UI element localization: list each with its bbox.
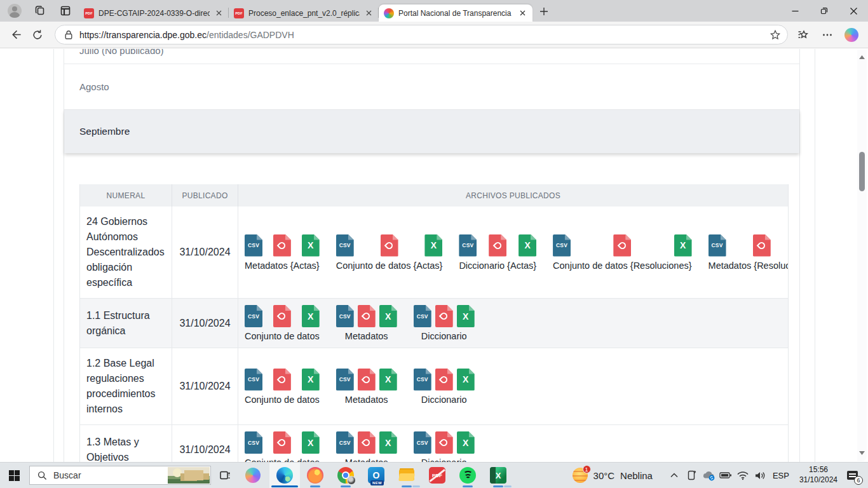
taskbar-app-firefox[interactable]	[300, 463, 330, 488]
file-group[interactable]: CSVXMetadatos	[336, 369, 397, 405]
file-group[interactable]: CSVXConjunto de datos	[245, 369, 320, 405]
battery-icon[interactable]	[718, 466, 733, 485]
csv-file-icon[interactable]: CSV	[336, 431, 354, 454]
csv-file-icon[interactable]: CSV	[459, 234, 477, 257]
xlsx-file-icon[interactable]: X	[379, 431, 397, 454]
file-group[interactable]: CSVXConjunto de datos {Actas}	[336, 234, 443, 271]
pdf-file-icon[interactable]	[753, 234, 771, 257]
scrollbar-thumb[interactable]	[859, 152, 865, 191]
accordion-section-julio[interactable]: Julio (No publicado)	[64, 49, 799, 64]
phone-link-icon[interactable]	[684, 466, 699, 485]
csv-file-icon[interactable]: CSV	[336, 305, 354, 327]
pdf-file-icon[interactable]	[435, 305, 453, 327]
csv-file-icon[interactable]: CSV	[336, 369, 354, 391]
csv-file-icon[interactable]: CSV	[553, 234, 571, 257]
taskbar-clock[interactable]: 15:56 31/10/2024	[799, 465, 837, 485]
xlsx-file-icon[interactable]: X	[379, 369, 397, 391]
accordion-section-agosto[interactable]: Agosto	[64, 64, 799, 110]
address-bar[interactable]: https://transparencia.dpe.gob.ec/entidad…	[55, 25, 788, 44]
file-group[interactable]: CSVXConjunto de datos	[245, 305, 320, 341]
xlsx-file-icon[interactable]: X	[457, 431, 475, 454]
back-button[interactable]	[5, 24, 27, 46]
taskbar-app-chrome[interactable]	[330, 463, 361, 488]
csv-file-icon[interactable]: CSV	[245, 431, 262, 454]
xlsx-file-icon[interactable]: X	[302, 369, 320, 391]
profile-button[interactable]	[5, 2, 24, 20]
csv-file-icon[interactable]: CSV	[414, 369, 431, 391]
pdf-file-icon[interactable]	[273, 305, 291, 327]
file-group[interactable]: CSVXDiccionario	[414, 305, 475, 341]
taskbar-app-file-explorer[interactable]	[391, 463, 422, 488]
taskbar-app-excel[interactable]: X	[483, 463, 513, 488]
pdf-file-icon[interactable]	[358, 369, 376, 391]
csv-file-icon[interactable]: CSV	[414, 431, 431, 454]
csv-file-icon[interactable]: CSV	[336, 234, 354, 257]
favorites-hub-button[interactable]	[793, 25, 813, 45]
search-highlight-image[interactable]	[168, 467, 210, 484]
file-group[interactable]: CSVXMetadatos	[336, 305, 397, 341]
xlsx-file-icon[interactable]: X	[457, 369, 475, 391]
tab-close-icon[interactable]	[214, 8, 224, 18]
volume-icon[interactable]	[752, 466, 768, 485]
weather-widget[interactable]: 1 30°C Neblina	[573, 468, 653, 483]
notification-center-button[interactable]: 6	[843, 466, 862, 485]
csv-file-icon[interactable]: CSV	[709, 234, 726, 257]
pdf-file-icon[interactable]	[613, 234, 631, 257]
tab-close-icon[interactable]	[363, 8, 374, 18]
start-button[interactable]	[0, 463, 28, 488]
scroll-up-icon[interactable]	[857, 52, 867, 62]
file-group[interactable]: CSVXConjunto de datos {Resoluciones}	[553, 234, 691, 271]
accordion-section-septiembre[interactable]: Septiembre	[64, 110, 799, 153]
bookmark-star-icon[interactable]	[770, 29, 781, 41]
restore-button[interactable]	[810, 0, 839, 22]
tab-close-icon[interactable]	[517, 8, 527, 18]
tab-actions-menu-button[interactable]	[56, 2, 75, 20]
pdf-file-icon[interactable]	[273, 431, 291, 454]
minimize-button[interactable]	[780, 0, 810, 22]
pdf-file-icon[interactable]	[489, 234, 506, 257]
xlsx-file-icon[interactable]: X	[302, 234, 320, 257]
browser-tab-pdf-1[interactable]: PDF DPE-CGTAIP-2024-0339-O-directri	[79, 4, 229, 22]
pdf-file-icon[interactable]	[358, 305, 376, 327]
taskbar-app-edge[interactable]	[269, 463, 300, 488]
pdf-file-icon[interactable]	[435, 431, 453, 454]
language-indicator[interactable]: ESP	[771, 471, 790, 480]
pdf-file-icon[interactable]	[273, 369, 291, 391]
copilot-button[interactable]	[841, 25, 862, 45]
task-view-button[interactable]	[211, 463, 239, 488]
taskbar-app-pdf-reader[interactable]: PDF	[422, 463, 452, 488]
csv-file-icon[interactable]: CSV	[245, 305, 262, 327]
pdf-file-icon[interactable]	[435, 369, 453, 391]
file-group[interactable]: CSVXConjunto de datos	[245, 431, 320, 462]
pdf-file-icon[interactable]	[273, 234, 291, 257]
file-group[interactable]: CSVXDiccionario {Actas}	[459, 234, 536, 271]
browser-tab-active[interactable]: Portal Nacional de Transparencia	[379, 4, 532, 22]
file-group[interactable]: CSVXMetadatos {Actas}	[245, 234, 320, 271]
tray-chevron-up[interactable]	[667, 466, 682, 485]
taskbar-search-box[interactable]: Buscar	[29, 466, 211, 485]
xlsx-file-icon[interactable]: X	[424, 234, 442, 257]
file-group[interactable]: CSVXDiccionario	[414, 431, 475, 462]
taskbar-app-outlook[interactable]: ONEW	[361, 463, 391, 488]
close-window-button[interactable]	[839, 0, 868, 22]
browser-tab-pdf-2[interactable]: PDF Proceso_enlace_pnt_v2.0_réplica_	[229, 4, 379, 22]
xlsx-file-icon[interactable]: X	[674, 234, 692, 257]
csv-file-icon[interactable]: CSV	[245, 234, 262, 257]
file-group[interactable]: CSVXMetadatos	[336, 431, 397, 462]
taskbar-app-spotify[interactable]	[452, 463, 483, 488]
workspaces-button[interactable]	[31, 2, 50, 20]
csv-file-icon[interactable]: CSV	[414, 305, 431, 327]
file-group[interactable]: CSVXMetadatos {Resoluciones}	[709, 234, 788, 271]
onedrive-icon[interactable]	[701, 466, 716, 485]
settings-more-button[interactable]	[817, 25, 837, 45]
scroll-down-icon[interactable]	[857, 448, 867, 458]
wifi-icon[interactable]	[735, 466, 750, 485]
new-tab-button[interactable]	[535, 3, 553, 20]
refresh-button[interactable]	[27, 24, 48, 46]
copilot-taskbar-button[interactable]	[239, 463, 267, 488]
xlsx-file-icon[interactable]: X	[519, 234, 536, 257]
xlsx-file-icon[interactable]: X	[379, 305, 397, 327]
xlsx-file-icon[interactable]: X	[302, 305, 320, 327]
pdf-file-icon[interactable]	[381, 234, 398, 257]
xlsx-file-icon[interactable]: X	[457, 305, 475, 327]
